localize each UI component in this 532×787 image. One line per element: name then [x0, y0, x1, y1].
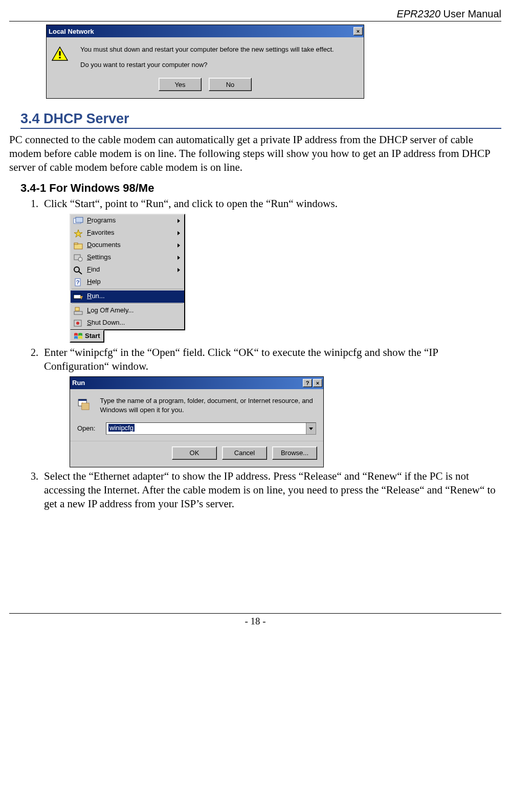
dropdown-button[interactable]	[306, 423, 316, 434]
section-heading: 3.4 DHCP Server	[20, 111, 501, 129]
product-name: EPR2320	[396, 8, 440, 19]
start-menu-item[interactable]: Documents	[71, 239, 184, 252]
svg-rect-15	[74, 294, 81, 295]
svg-rect-22	[78, 399, 86, 401]
svg-rect-18	[74, 311, 82, 314]
page-footer: - 18 -	[9, 613, 501, 627]
submenu-arrow-icon	[178, 219, 180, 223]
start-menu-item[interactable]: Find	[71, 264, 184, 276]
open-input: winipcfg	[106, 423, 306, 434]
open-combobox[interactable]: winipcfg	[106, 422, 316, 435]
dialog-local-network: Local Network × You must shut down and r…	[46, 25, 364, 99]
start-button[interactable]: Start	[70, 330, 104, 343]
svg-rect-23	[82, 403, 89, 410]
svg-rect-7	[74, 243, 78, 244]
svg-line-11	[79, 272, 82, 274]
svg-rect-4	[76, 217, 83, 222]
submenu-arrow-icon	[178, 268, 180, 272]
start-menu-item[interactable]: Programs	[71, 215, 184, 227]
browse-button[interactable]: Browse...	[272, 446, 317, 460]
step-1-text: Click “Start“, point to “Run“, and click…	[44, 197, 338, 210]
step-1: Click “Start“, point to “Run“, and click…	[41, 197, 501, 344]
start-menu-item[interactable]: ?Help	[71, 276, 184, 288]
svg-rect-1	[59, 51, 60, 56]
open-input-value: winipcfg	[108, 424, 135, 432]
header-suffix: User Manual	[440, 8, 501, 19]
subsection-heading: 3.4-1 For Windows 98/Me	[20, 182, 501, 195]
start-label: Start	[85, 332, 100, 341]
run-desc: Type the name of a program, folder, docu…	[100, 396, 316, 414]
open-label: Open:	[77, 424, 106, 433]
cancel-button[interactable]: Cancel	[222, 446, 267, 460]
dialog-title: Local Network	[49, 28, 352, 35]
windows-flag-icon	[74, 332, 83, 341]
start-menu-item[interactable]: Favorites	[71, 227, 184, 239]
close-icon: ×	[316, 379, 319, 387]
no-button[interactable]: No	[209, 78, 252, 91]
close-icon: ×	[357, 28, 360, 34]
page-header: EPR2320 User Manual	[9, 5, 501, 21]
run-close-button[interactable]: ×	[313, 379, 322, 387]
submenu-arrow-icon	[178, 231, 180, 235]
step-3: Select the “Ethernet adapter“ to show th…	[41, 469, 501, 511]
svg-text:?: ?	[76, 279, 80, 285]
step-3-text: Select the “Ethernet adapter“ to show th…	[44, 470, 496, 510]
svg-marker-5	[74, 230, 82, 237]
run-title: Run	[72, 379, 302, 388]
help-icon: ?	[306, 379, 309, 387]
help-button[interactable]: ?	[303, 379, 312, 387]
submenu-arrow-icon	[178, 256, 180, 260]
svg-point-9	[78, 257, 82, 261]
svg-rect-17	[75, 307, 79, 311]
svg-rect-2	[59, 57, 60, 58]
submenu-arrow-icon	[178, 243, 180, 248]
start-menu-item[interactable]: Settings	[71, 252, 184, 264]
run-icon	[77, 396, 90, 413]
close-button[interactable]: ×	[353, 27, 363, 35]
intro-paragraph: PC connected to the cable modem can auto…	[9, 133, 501, 174]
warning-icon	[52, 44, 80, 70]
dialog-text-line1: You must shut down and restart your comp…	[80, 44, 334, 55]
ok-button[interactable]: OK	[172, 446, 217, 460]
start-menu-item[interactable]: Log Off Amely...	[71, 305, 184, 317]
dialog-text-line2: Do you want to restart your computer now…	[80, 60, 334, 70]
svg-point-20	[76, 322, 79, 325]
step-2: Enter “winipcfg“ in the “Open“ field. Cl…	[41, 346, 501, 467]
page-number: - 18 -	[245, 616, 265, 626]
yes-button[interactable]: Yes	[159, 78, 202, 91]
start-menu-figure: ProgramsFavoritesDocumentsSettingsFind?H…	[70, 214, 185, 344]
start-menu-item[interactable]: Run...	[71, 290, 184, 303]
svg-rect-24	[82, 403, 82, 403]
svg-point-10	[74, 267, 79, 272]
run-dialog: Run ? × Type the name of a program, fold…	[70, 376, 324, 467]
run-titlebar: Run ? ×	[70, 377, 323, 389]
step-2-text: Enter “winipcfg“ in the “Open“ field. Cl…	[44, 346, 438, 372]
dialog-titlebar: Local Network ×	[47, 25, 364, 37]
start-menu-item[interactable]: Shut Down...	[71, 317, 184, 329]
